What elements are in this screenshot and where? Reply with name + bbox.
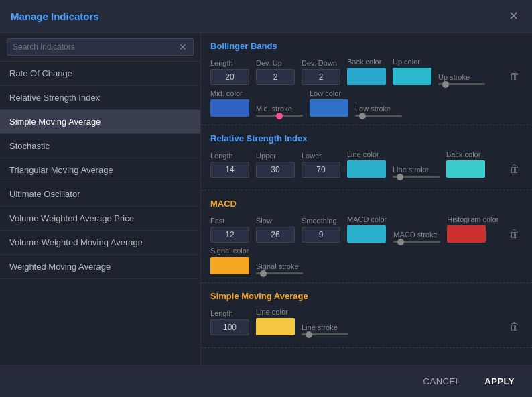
rsi-upper-group: Upper	[256, 152, 295, 178]
macd-fast-label: Fast	[210, 217, 249, 225]
sidebar-item-sma[interactable]: Simple Moving Average	[0, 110, 200, 134]
bb-up-stroke-group: Up stroke	[438, 73, 485, 85]
rsi-length-input[interactable]	[210, 162, 249, 178]
macd-signal-stroke-group: Signal stroke	[256, 262, 303, 274]
cancel-button[interactable]: CANCEL	[417, 372, 468, 390]
modal-title: Manage Indicators	[11, 11, 99, 22]
macd-histogram-color-swatch[interactable]	[447, 225, 486, 243]
macd-histogram-color-label: Histogram color	[447, 215, 498, 223]
bb-back-color-swatch[interactable]	[347, 68, 386, 85]
macd-slow-group: Slow	[256, 217, 295, 243]
macd-color-label: MACD color	[347, 215, 387, 223]
macd-stroke-slider[interactable]	[393, 241, 440, 243]
bb-low-color-label: Low color	[310, 89, 348, 97]
bb-up-color-group: Up color	[393, 58, 431, 85]
sma-row1: Length Line color Line stroke 🗑	[210, 308, 523, 335]
bb-dev-up-input[interactable]	[256, 69, 295, 85]
macd-stroke-group: MACD stroke	[393, 231, 440, 243]
sma-title: Simple Moving Average	[210, 291, 523, 301]
bb-dev-down-label: Dev. Down	[302, 59, 340, 67]
bb-up-stroke-slider[interactable]	[438, 83, 485, 85]
bollinger-bands-title: Bollinger Bands	[210, 41, 523, 51]
apply-button[interactable]: APPLY	[478, 372, 521, 390]
macd-histogram-color-group: Histogram color	[447, 215, 498, 243]
rsi-line-stroke-group: Line stroke	[393, 166, 440, 178]
rsi-line-stroke-label: Line stroke	[393, 166, 440, 174]
macd-signal-color-label: Signal color	[210, 247, 249, 255]
rsi-lower-group: Lower	[302, 152, 340, 178]
sma-delete-button[interactable]: 🗑	[507, 318, 523, 335]
sidebar-item-rsi[interactable]: Relative Strength Index	[0, 86, 200, 110]
sma-line-stroke-slider[interactable]	[302, 333, 348, 335]
bollinger-bands-section: Bollinger Bands Length Dev. Up Dev. Down	[201, 33, 532, 125]
search-clear-button[interactable]: ✕	[179, 42, 187, 52]
modal-header: Manage Indicators ✕	[0, 0, 532, 33]
content-area: Bollinger Bands Length Dev. Up Dev. Down	[201, 33, 532, 365]
sma-line-color-swatch[interactable]	[256, 318, 295, 335]
bb-mid-color-label: Mid. color	[210, 89, 249, 97]
close-button[interactable]: ✕	[505, 8, 521, 24]
bb-mid-stroke-label: Mid. stroke	[256, 105, 303, 113]
bb-length-input[interactable]	[210, 69, 249, 85]
sma-length-group: Length	[210, 309, 249, 335]
sidebar-item-vwap[interactable]: Volume Weighted Average Price	[0, 207, 200, 231]
bb-low-color-swatch[interactable]	[310, 99, 348, 117]
sidebar: ✕ Rate Of Change Relative Strength Index…	[0, 33, 201, 365]
search-input[interactable]	[7, 38, 194, 56]
sma-line-stroke-label: Line stroke	[302, 323, 348, 331]
bb-delete-button[interactable]: 🗑	[507, 68, 523, 85]
sidebar-item-stochastic[interactable]: Stochastic	[0, 134, 200, 158]
macd-slow-label: Slow	[256, 217, 295, 225]
sma-line-color-label: Line color	[256, 308, 295, 316]
sma-line-color-group: Line color	[256, 308, 295, 335]
macd-delete-button[interactable]: 🗑	[507, 225, 523, 243]
bb-dev-up-group: Dev. Up	[256, 59, 295, 85]
rsi-back-color-swatch[interactable]	[446, 160, 485, 178]
modal-footer: CANCEL APPLY	[0, 365, 532, 397]
macd-color-swatch[interactable]	[347, 225, 386, 243]
sidebar-item-rate-of-change[interactable]: Rate Of Change	[0, 62, 200, 86]
bb-length-label: Length	[210, 59, 249, 67]
macd-section: MACD Fast Slow Smoothing MA	[201, 190, 532, 283]
rsi-line-color-label: Line color	[347, 150, 386, 158]
bb-mid-stroke-group: Mid. stroke	[256, 105, 303, 117]
rsi-delete-button[interactable]: 🗑	[507, 160, 523, 178]
macd-smoothing-group: Smoothing	[302, 217, 340, 243]
macd-slow-input[interactable]	[256, 227, 295, 243]
sidebar-item-wma[interactable]: Weighted Moving Average	[0, 255, 200, 279]
macd-color-group: MACD color	[347, 215, 387, 243]
bollinger-bands-row2: Mid. color Mid. stroke Low color Low str…	[210, 89, 523, 117]
bb-mid-color-group: Mid. color	[210, 89, 249, 117]
sidebar-item-tma[interactable]: Triangular Moving Average	[0, 158, 200, 182]
manage-indicators-modal: Manage Indicators ✕ ✕ Rate Of Change Rel…	[0, 0, 532, 397]
macd-smoothing-input[interactable]	[302, 227, 340, 243]
bb-low-stroke-slider[interactable]	[355, 115, 402, 117]
rsi-upper-input[interactable]	[256, 162, 295, 178]
search-bar: ✕	[0, 33, 200, 62]
macd-fast-input[interactable]	[210, 227, 249, 243]
sma-length-input[interactable]	[210, 319, 249, 335]
rsi-line-color-swatch[interactable]	[347, 160, 386, 178]
macd-signal-stroke-slider[interactable]	[256, 272, 303, 274]
sidebar-item-vwma[interactable]: Volume-Weighted Moving Average	[0, 231, 200, 255]
rsi-upper-label: Upper	[256, 152, 295, 160]
rsi-length-label: Length	[210, 152, 249, 160]
macd-row2: Signal color Signal stroke	[210, 247, 523, 274]
bb-mid-color-swatch[interactable]	[210, 99, 249, 117]
rsi-lower-label: Lower	[302, 152, 340, 160]
sma-line-stroke-group: Line stroke	[302, 323, 348, 335]
bb-up-color-swatch[interactable]	[393, 68, 431, 85]
sidebar-item-ultimate-oscillator[interactable]: Ultimate Oscillator	[0, 182, 200, 207]
rsi-lower-input[interactable]	[302, 162, 340, 178]
bb-mid-stroke-slider[interactable]	[256, 115, 303, 117]
macd-signal-color-swatch[interactable]	[210, 257, 249, 274]
rsi-row1: Length Upper Lower Line color	[210, 150, 523, 178]
macd-row1: Fast Slow Smoothing MACD color	[210, 215, 523, 243]
rsi-line-stroke-slider[interactable]	[393, 176, 440, 178]
rsi-length-group: Length	[210, 152, 249, 178]
bb-low-stroke-group: Low stroke	[355, 105, 402, 117]
modal-body: ✕ Rate Of Change Relative Strength Index…	[0, 33, 532, 365]
bb-dev-down-input[interactable]	[302, 69, 340, 85]
bb-low-color-group: Low color	[310, 89, 348, 117]
bb-dev-up-label: Dev. Up	[256, 59, 295, 67]
